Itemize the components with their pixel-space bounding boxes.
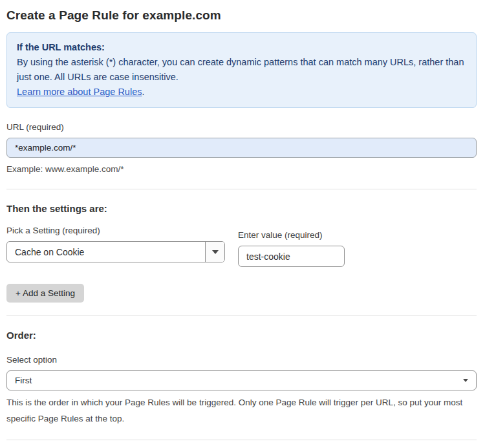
divider-footer (6, 440, 477, 440)
setting-picker-value: Cache on Cookie (7, 247, 205, 257)
settings-section-heading: Then the settings are: (6, 203, 477, 214)
page-title: Create a Page Rule for example.com (6, 8, 477, 23)
learn-more-link[interactable]: Learn more about Page Rules (17, 87, 142, 97)
setting-picker-label: Pick a Setting (required) (6, 226, 225, 235)
order-select[interactable]: First (6, 370, 477, 390)
order-select-label: Select option (6, 355, 477, 365)
setting-value-label: Enter value (required) (238, 230, 345, 240)
divider-settings-order (6, 315, 477, 316)
divider-url-settings (6, 189, 477, 189)
url-match-info-callout: If the URL matches: By using the asteris… (6, 32, 477, 108)
setting-picker-column: Pick a Setting (required) Cache on Cooki… (6, 214, 225, 267)
setting-picker-arrow-box[interactable] (205, 242, 224, 262)
order-chevron-down-icon (463, 379, 468, 382)
setting-picker-dropdown[interactable]: Cache on Cookie (6, 241, 225, 262)
chevron-down-icon (212, 250, 219, 254)
url-field-label: URL (required) (6, 122, 477, 132)
url-example-helper: Example: www.example.com/* (6, 162, 477, 176)
setting-value-input[interactable] (238, 246, 345, 267)
order-section-heading: Order: (6, 330, 477, 341)
link-suffix: . (142, 87, 144, 97)
settings-row: Pick a Setting (required) Cache on Cooki… (6, 214, 477, 267)
add-setting-button[interactable]: + Add a Setting (6, 284, 84, 303)
order-select-value: First (7, 376, 463, 385)
order-helper-text: This is the order in which your Page Rul… (6, 394, 472, 427)
info-body-text: By using the asterisk (*) character, you… (17, 55, 466, 85)
info-link-line: Learn more about Page Rules. (17, 85, 466, 100)
info-heading: If the URL matches: (17, 40, 466, 55)
url-input[interactable] (6, 138, 477, 158)
setting-value-column: Enter value (required) (238, 214, 345, 267)
page-rule-form: Create a Page Rule for example.com If th… (0, 0, 485, 448)
